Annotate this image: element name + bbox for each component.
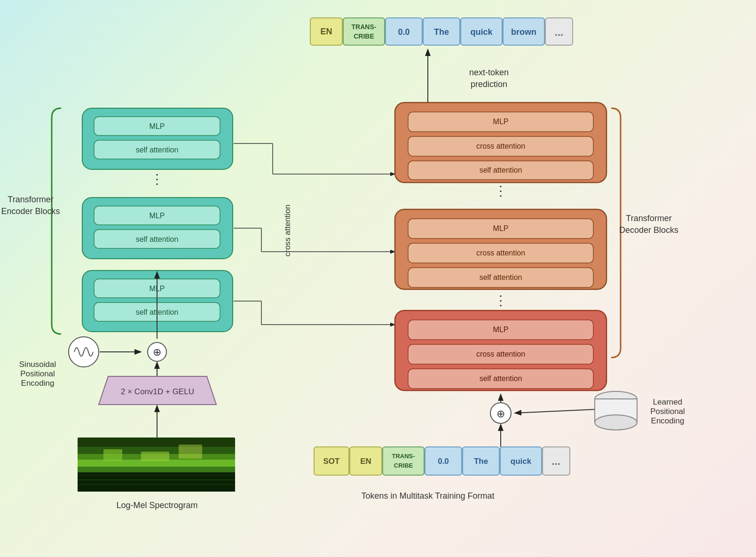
input-token-00-text: 0.0 <box>438 457 449 466</box>
input-token-en-text: EN <box>360 457 371 466</box>
output-token-quick-text: quick <box>470 27 493 37</box>
decoder-dots-mid: ⋮ <box>494 293 507 308</box>
diagram-container: EN TRANS- CRIBE 0.0 The quick brown ... … <box>0 0 756 557</box>
next-token-label2: prediction <box>471 80 507 89</box>
encoder-block-1-sa-text: self attention <box>136 146 179 154</box>
decoder-block-3-mlp-text: MLP <box>493 326 509 334</box>
spec-highlight-1 <box>103 449 122 461</box>
input-token-transcribe <box>383 447 424 475</box>
decoder-block-2-sa-text: self attention <box>480 273 522 281</box>
spec-band-1 <box>78 438 235 447</box>
encoder-bracket <box>52 108 61 334</box>
output-token-brown-text: brown <box>511 27 536 37</box>
spec-band-5 <box>78 467 235 472</box>
output-token-transcribe-text2: CRIBE <box>354 32 374 40</box>
cross-attention-label: cross attention <box>283 205 292 257</box>
decoder-block-3-sa-text: self attention <box>480 374 522 382</box>
input-token-transcribe-text1: TRANS- <box>392 453 415 460</box>
sinusoidal-label3: Encoding <box>21 379 55 388</box>
output-token-transcribe-text1: TRANS- <box>352 23 377 31</box>
input-token-sot-text: SOT <box>323 457 340 466</box>
input-token-quick-text: quick <box>511 457 532 466</box>
learned-label2: Positional <box>650 407 685 416</box>
sinusoidal-label2: Positional <box>20 369 55 378</box>
next-token-label1: next-token <box>469 68 509 77</box>
decoder-block-1-sa-text: self attention <box>480 166 522 174</box>
decoder-block-1-ca-text: cross attention <box>476 142 525 150</box>
decoder-block-1-mlp-text: MLP <box>493 118 509 126</box>
learned-label3: Encoding <box>651 416 685 425</box>
decoder-block-3-ca-text: cross attention <box>476 350 525 358</box>
input-token-transcribe-text2: CRIBE <box>394 462 413 469</box>
encoder-block-2-sa-text: self attention <box>136 235 179 243</box>
db-bottom-ellipse <box>595 415 637 430</box>
output-token-transcribe <box>343 18 385 45</box>
encoder-plus-symbol: ⊕ <box>153 346 161 358</box>
decoder-dots-top: ⋮ <box>494 183 507 198</box>
decoder-label1: Transformer <box>626 214 671 223</box>
output-token-ellipsis-text: ... <box>555 26 563 38</box>
decoder-block-2-ca-text: cross attention <box>476 249 525 257</box>
learned-label1: Learned <box>653 398 682 406</box>
spec-highlight-3 <box>179 445 202 459</box>
encoder-block-2-mlp-text: MLP <box>150 212 165 220</box>
input-token-the-text: The <box>474 457 488 466</box>
spectrogram-label: Log-Mel Spectrogram <box>116 501 197 510</box>
tokens-label: Tokens in Multitask Training Format <box>361 491 494 501</box>
db-to-plus-arrow <box>515 409 597 413</box>
decoder-block-2-mlp-text: MLP <box>493 224 509 232</box>
encoder-label2: Encoder Blocks <box>1 207 60 216</box>
output-token-00-text: 0.0 <box>398 27 410 37</box>
spec-highlight-2 <box>141 452 169 461</box>
encoder-dots: ⋮ <box>150 172 164 186</box>
encoder-label1: Transformer <box>8 195 53 204</box>
sinusoidal-label1: Sinusoidal <box>19 360 56 369</box>
output-token-en-text: EN <box>320 27 332 36</box>
decoder-plus-symbol: ⊕ <box>496 408 505 420</box>
encoder-block-1-mlp-text: MLP <box>150 122 165 130</box>
output-token-the-text: The <box>434 27 449 37</box>
decoder-label2: Decoder Blocks <box>619 225 678 235</box>
conv1d-text: 2 × Conv1D + GELU <box>121 387 194 396</box>
input-token-ellipsis-text: ... <box>552 455 560 467</box>
